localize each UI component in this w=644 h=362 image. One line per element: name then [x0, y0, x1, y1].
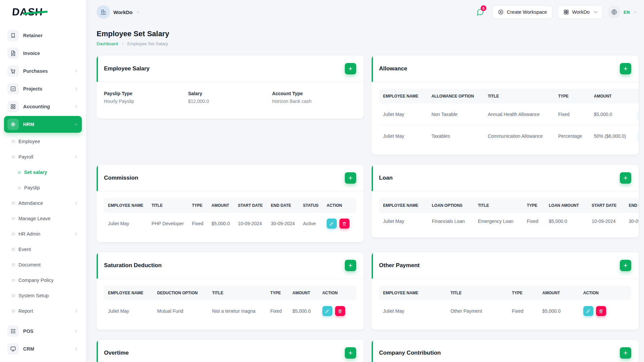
add-saturation-deduction-button[interactable] — [345, 260, 356, 271]
delete-button[interactable] — [335, 306, 345, 316]
delete-button[interactable] — [596, 306, 606, 316]
actions-cell — [318, 300, 356, 322]
main-area: WorkDo 0 Create Workspace WorkDo EN — [86, 0, 644, 362]
card-accent-bar — [97, 56, 98, 82]
table-row: Juliet MayOther PaymentFixed$5,000.0 — [379, 300, 631, 322]
sidebar-item-manage-leave[interactable]: Manage Leave — [4, 211, 82, 226]
detail-account-type: Account TypeHorizon Bank cash — [272, 91, 356, 104]
sidebar-item-label: Company Policy — [18, 278, 78, 283]
sidebar-item-system-setup[interactable]: System Setup — [4, 288, 82, 303]
page-title: Employee Set Salary — [97, 29, 639, 38]
card-title: Saturation Deduction — [104, 262, 162, 269]
sidebar-item-set-salary[interactable]: Set salary — [4, 165, 82, 180]
create-workspace-button[interactable]: Create Workspace — [492, 5, 552, 19]
workspace-apps-button[interactable]: WorkDo — [558, 5, 602, 19]
bullet-icon — [18, 171, 20, 174]
sidebar-item-pos[interactable]: POS — [4, 323, 82, 340]
sidebar-item-company-policy[interactable]: Company Policy — [4, 273, 82, 288]
add-company-contribution-button[interactable] — [620, 347, 631, 359]
plus-icon — [623, 175, 628, 181]
trash-icon — [342, 221, 347, 226]
table-cell: Juliet May — [379, 300, 446, 322]
add-allowance-button[interactable] — [620, 63, 631, 74]
table-cell: 50% ($6,000.0) — [590, 125, 634, 147]
sidebar-item-label: Set salary — [24, 170, 78, 175]
detail-label: Salary — [188, 91, 272, 96]
column-header-type: Type — [523, 198, 545, 213]
sidebar-item-accounting[interactable]: Accounting — [4, 98, 82, 115]
card-header: Commission — [97, 165, 364, 191]
sidebar-item-employee[interactable]: Employee — [4, 134, 82, 149]
plus-icon — [348, 66, 353, 71]
bullet-icon — [18, 187, 20, 189]
sidebar-item-hrm[interactable]: HRM — [4, 116, 82, 133]
sidebar-item-report[interactable]: Report — [4, 303, 82, 319]
edit-button[interactable] — [583, 306, 593, 316]
workspace-selector[interactable]: WorkDo — [97, 5, 140, 19]
card-accent-bar — [97, 165, 98, 191]
create-workspace-label: Create Workspace — [507, 9, 547, 15]
add-overtime-button[interactable] — [345, 347, 356, 359]
bullet-icon — [12, 310, 15, 312]
sidebar-item-payslip[interactable]: Payslip — [4, 180, 82, 195]
sidebar: DASH RetainerInvoicePurchasesProjectsAcc… — [0, 0, 86, 362]
card-accent-bar — [372, 340, 373, 362]
sidebar-item-retainer[interactable]: Retainer — [4, 27, 82, 44]
card-accent-bar — [97, 252, 98, 279]
sidebar-item-document[interactable]: Document — [4, 257, 82, 273]
card-body: Employee NameAllowance OptionTitleTypeAm… — [372, 82, 639, 155]
cards-grid: Employee SalaryPayslip TypeHourly Paysli… — [97, 56, 639, 362]
add-other-payment-button[interactable] — [620, 260, 631, 271]
chevron-down-icon — [633, 10, 637, 14]
sidebar-item-label: Employee — [18, 139, 78, 144]
add-employee-salary-button[interactable] — [345, 63, 356, 74]
sidebar-item-purchases[interactable]: Purchases — [4, 63, 82, 79]
chevron-right-icon — [74, 201, 78, 205]
table-cell: Juliet May — [379, 125, 427, 147]
sidebar-item-label: Accounting — [23, 104, 69, 109]
detail-value: Hourly Payslip — [104, 99, 188, 104]
sidebar-item-label: CRM — [23, 346, 69, 352]
table-cell: $5,000.0 — [545, 213, 588, 230]
table-cell: 10-09-2024 — [588, 213, 625, 230]
crm-icon — [7, 343, 19, 355]
actions-cell — [635, 104, 639, 125]
sidebar-nav: RetainerInvoicePurchasesProjectsAccounti… — [0, 24, 86, 362]
brand-logo[interactable]: DASH — [0, 0, 86, 24]
sidebar-item-projects[interactable]: Projects — [4, 80, 82, 97]
detail-payslip-type: Payslip TypeHourly Payslip — [104, 91, 188, 104]
card-title: Other Payment — [379, 262, 420, 269]
sidebar-item-hr-admin[interactable]: HR Admin — [4, 226, 82, 242]
sidebar-item-event[interactable]: Event — [4, 242, 82, 257]
pencil-icon — [325, 309, 330, 314]
chevron-right-icon — [74, 329, 78, 334]
sidebar-item-payroll[interactable]: Payroll — [4, 149, 82, 165]
table-cell: 10-09-2024 — [234, 213, 267, 234]
language-selector[interactable]: EN — [608, 6, 637, 18]
sidebar-item-label: Attendance — [18, 200, 74, 206]
add-loan-button[interactable] — [620, 172, 631, 184]
column-header-type: Type — [508, 286, 538, 300]
messages-button[interactable]: 0 — [473, 5, 487, 19]
projects-icon — [7, 83, 19, 95]
column-header-action: Action — [579, 286, 631, 300]
sidebar-item-crm[interactable]: CRM — [4, 341, 82, 357]
chevron-down-icon — [593, 10, 597, 14]
sidebar-item-invoice[interactable]: Invoice — [4, 45, 82, 62]
card-saturation-deduction: Saturation DeductionEmployee NameDeducti… — [97, 252, 364, 330]
delete-button[interactable] — [339, 219, 350, 229]
card-header: Loan — [372, 165, 639, 191]
table-cell: $5,000.0 — [288, 300, 318, 322]
card-accent-bar — [372, 56, 373, 82]
add-commission-button[interactable] — [345, 172, 356, 184]
card-title: Commission — [104, 175, 138, 181]
card-overtime: Overtime — [97, 340, 364, 362]
breadcrumb-dashboard-link[interactable]: Dashboard — [97, 41, 118, 46]
sidebar-item-label: Purchases — [23, 68, 69, 74]
pencil-icon — [329, 221, 334, 226]
sidebar-item-attendance[interactable]: Attendance — [4, 195, 82, 211]
edit-button[interactable] — [322, 306, 332, 316]
edit-button[interactable] — [327, 219, 337, 229]
bullet-icon — [12, 156, 15, 158]
table-cell: 30-09-2024 — [625, 213, 639, 230]
